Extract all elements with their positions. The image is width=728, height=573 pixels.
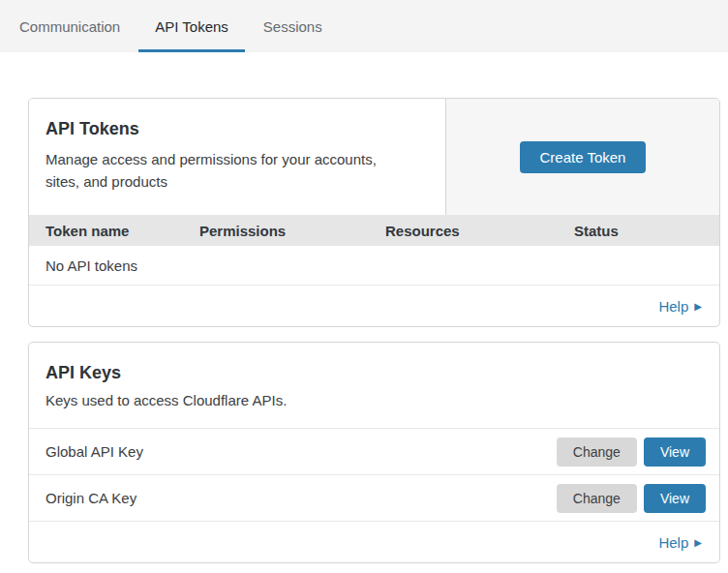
tokens-column-resources: Resources [385,223,574,239]
api-tokens-card-footer: Help ▶ [29,286,719,326]
api-tokens-card-header-action: Create Token [446,99,719,215]
create-token-button[interactable]: Create Token [520,141,647,173]
api-tokens-title: API Tokens [46,119,407,139]
api-keys-description: Keys used to access Cloudflare APIs. [46,392,703,409]
api-keys-title: API Keys [46,363,703,383]
tokens-column-token-name: Token name [46,223,199,239]
tokens-column-permissions: Permissions [199,223,385,239]
tab-api-tokens[interactable]: API Tokens [138,0,245,52]
change-origin-ca-key-button[interactable]: Change [557,484,637,513]
tokens-column-status: Status [574,223,719,239]
tokens-table-header: Token name Permissions Resources Status [29,215,719,246]
api-tokens-card: API Tokens Manage access and permissions… [28,98,720,327]
api-tokens-card-header-text: API Tokens Manage access and permissions… [29,99,446,215]
api-tokens-help-link[interactable]: Help ▶ [658,298,702,315]
api-tokens-description: Manage access and permissions for your a… [46,148,407,193]
view-origin-ca-key-button[interactable]: View [644,484,706,513]
tokens-empty-row: No API tokens [29,246,719,286]
change-global-api-key-button[interactable]: Change [557,437,637,467]
api-key-row-origin-ca: Origin CA Key Change View [29,475,719,522]
api-keys-help-label: Help [658,534,688,551]
help-arrow-icon: ▶ [694,301,702,312]
api-keys-card-header: API Keys Keys used to access Cloudflare … [29,343,719,429]
api-key-name-origin-ca: Origin CA Key [46,490,557,506]
api-keys-card: API Keys Keys used to access Cloudflare … [28,342,720,563]
tokens-empty-message: No API tokens [46,257,137,274]
api-key-row-global: Global API Key Change View [29,429,719,475]
api-keys-help-link[interactable]: Help ▶ [658,534,702,551]
tab-bar: Communication API Tokens Sessions [0,0,728,52]
api-keys-card-footer: Help ▶ [29,522,719,562]
api-tokens-help-label: Help [658,298,688,315]
tab-communication[interactable]: Communication [3,0,136,52]
tab-sessions[interactable]: Sessions [247,0,339,52]
help-arrow-icon: ▶ [694,537,702,548]
api-tokens-card-header: API Tokens Manage access and permissions… [29,99,719,215]
api-key-name-global: Global API Key [46,443,557,460]
view-global-api-key-button[interactable]: View [644,437,706,467]
